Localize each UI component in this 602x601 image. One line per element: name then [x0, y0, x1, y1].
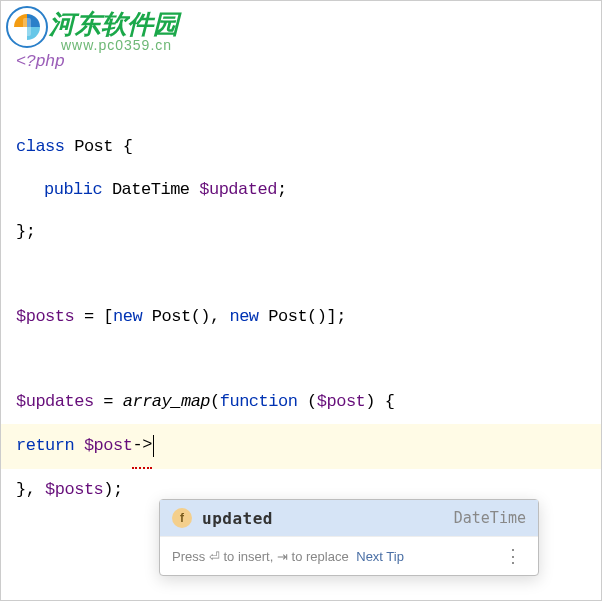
svg-rect-1: [23, 18, 31, 36]
parens: (): [307, 296, 326, 339]
comma: ,: [210, 296, 229, 339]
closure-close: },: [16, 469, 45, 512]
var-posts-ref: $posts: [45, 469, 103, 512]
semicolon: ;: [277, 169, 287, 212]
paren-open: (: [307, 381, 317, 424]
code-line: };: [16, 211, 586, 254]
paren-close: ): [365, 381, 375, 424]
tab-key-icon: ⇥: [277, 549, 288, 564]
watermark-logo: [6, 6, 48, 48]
paren-open: (: [210, 381, 220, 424]
code-line-empty: [16, 254, 586, 297]
equals: =: [74, 296, 103, 339]
keyword-return: return: [16, 425, 74, 468]
brace-open: {: [123, 126, 133, 169]
code-line: $updates = array_map(function ($post) {: [16, 381, 586, 424]
code-line-empty: [16, 339, 586, 382]
autocomplete-item-type: DateTime: [454, 509, 526, 527]
field-icon: f: [172, 508, 192, 528]
ctor-post: Post: [152, 296, 191, 339]
keyword-new: new: [229, 296, 258, 339]
func-array-map: array_map: [123, 381, 210, 424]
code-line: $posts = [new Post(), new Post()];: [16, 296, 586, 339]
keyword-new: new: [113, 296, 142, 339]
autocomplete-item-name: updated: [202, 509, 454, 528]
code-line-active: return $post->: [1, 424, 601, 470]
var-post-ref: $post: [84, 425, 133, 468]
property-updated: $updated: [199, 169, 277, 212]
keyword-class: class: [16, 126, 65, 169]
ctor-post: Post: [268, 296, 307, 339]
text-cursor: [153, 435, 154, 457]
parens: (): [191, 296, 210, 339]
param-post: $post: [317, 381, 366, 424]
enter-key-icon: ⏎: [209, 549, 220, 564]
keyword-function: function: [220, 381, 298, 424]
more-options-icon[interactable]: ⋮: [500, 547, 526, 565]
brace-open: {: [385, 381, 395, 424]
equals: =: [94, 381, 123, 424]
brace-close: };: [16, 211, 35, 254]
end-paren: );: [103, 469, 122, 512]
type-datetime: DateTime: [112, 169, 190, 212]
autocomplete-footer: Press ⏎ to insert, ⇥ to replace Next Tip…: [160, 536, 538, 575]
code-line: public DateTime $updated;: [16, 169, 586, 212]
keyword-public: public: [44, 169, 102, 212]
autocomplete-item[interactable]: f updated DateTime: [160, 500, 538, 536]
var-posts: $posts: [16, 296, 74, 339]
watermark-url: www.pc0359.cn: [61, 37, 172, 53]
var-updates: $updates: [16, 381, 94, 424]
autocomplete-hint: Press ⏎ to insert, ⇥ to replace Next Tip: [172, 549, 500, 564]
class-name: Post: [74, 126, 113, 169]
code-editor[interactable]: <?php class Post { public DateTime $upda…: [1, 1, 601, 527]
arrow-operator: ->: [132, 424, 151, 470]
bracket-open: [: [103, 296, 113, 339]
next-tip-link[interactable]: Next Tip: [356, 549, 404, 564]
code-line-empty: [16, 84, 586, 127]
bracket-close: ];: [327, 296, 346, 339]
code-line: class Post {: [16, 126, 586, 169]
autocomplete-popup: f updated DateTime Press ⏎ to insert, ⇥ …: [159, 499, 539, 576]
